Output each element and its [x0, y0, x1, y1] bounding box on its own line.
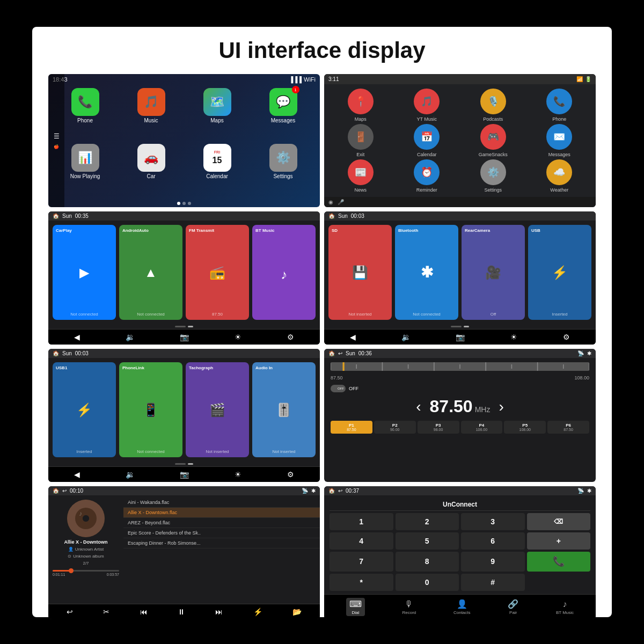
bright3-icon[interactable]: ☀ [235, 470, 241, 479]
back5-icon[interactable]: ↩ [62, 488, 67, 494]
bt-nav-pair[interactable]: 🔗 Pair [508, 599, 518, 615]
key-0[interactable]: 0 [396, 574, 459, 591]
home6-icon[interactable]: 🏠 [328, 488, 335, 494]
cam2-icon[interactable]: 📷 [456, 333, 465, 341]
prev-track-icon[interactable]: ⏮ [140, 608, 148, 616]
settings2-icon[interactable]: ⚙ [287, 333, 294, 341]
fm-next-btn[interactable]: › [499, 398, 503, 415]
fm-preset-p2[interactable]: P2 90.00 [374, 421, 416, 434]
camera-title: RearCamera [464, 228, 491, 233]
fm-preset-p6[interactable]: P6 87.50 [547, 421, 589, 434]
menu-carplay[interactable]: CarPlay ▶ Not connected [53, 225, 116, 320]
fm-preset-p4[interactable]: P4 106.00 [461, 421, 503, 434]
key-5[interactable]: 5 [396, 532, 459, 550]
vol3-icon[interactable]: 🔉 [126, 470, 135, 479]
home4-icon[interactable]: 🏠 [328, 350, 335, 356]
playlist-item-5[interactable]: Escaping Dinner - Rob Simonse... [123, 538, 320, 548]
cut-icon[interactable]: ✂ [103, 608, 109, 616]
menu-usb1[interactable]: USB1 ⚡ Inserted [53, 362, 116, 457]
bt-nav-dial[interactable]: ⌨ Dial [346, 598, 365, 616]
carplay-app-maps[interactable]: 🗺️ Maps [186, 88, 248, 141]
repeat-icon[interactable]: ↩ [67, 608, 73, 616]
carplay-app-messages[interactable]: 💬 1 Messages [252, 88, 314, 141]
key-8[interactable]: 8 [396, 552, 459, 572]
aa-app-maps[interactable]: 📍 Maps [328, 89, 393, 122]
carplay-app-car[interactable]: 🚗 Car [120, 144, 182, 196]
bt-nav-record[interactable]: 🎙 Record [402, 599, 416, 615]
bt-nav-btmusic[interactable]: ♪ BT Music [556, 599, 574, 615]
set2-icon[interactable]: ⚙ [563, 333, 570, 341]
menu-sd[interactable]: SD 💾 Not inserted [328, 225, 392, 320]
home-icon[interactable]: 🏠 [53, 213, 59, 219]
key-call[interactable]: 📞 [527, 552, 591, 572]
fm-preset-p5[interactable]: P5 108.00 [504, 421, 546, 434]
vol2-icon[interactable]: 🔉 [401, 333, 411, 341]
aa-app-podcasts[interactable]: 🎙️ Podcasts [461, 89, 525, 122]
playlist-item-2[interactable]: Allie X - Downtown.flac [123, 508, 320, 518]
aa-app-phone[interactable]: 📞 Phone [528, 89, 592, 122]
menu-phonelink[interactable]: PhoneLink 📱 Not connected [119, 362, 182, 457]
key-hash[interactable]: # [461, 574, 525, 591]
menu-rearcamera[interactable]: RearCamera 🎥 Off [462, 225, 525, 320]
key-star[interactable]: * [330, 574, 393, 591]
aa-app-gamesnacks[interactable]: 🎮 GameSnacks [461, 124, 525, 157]
key-4[interactable]: 4 [330, 532, 393, 550]
fm-preset-p1[interactable]: P1 87.50 [331, 421, 372, 434]
bright2-icon[interactable]: ☀ [510, 333, 517, 341]
key-2[interactable]: 2 [396, 513, 459, 530]
key-3[interactable]: 3 [461, 513, 525, 530]
back-icon[interactable]: ◀ [74, 333, 80, 341]
aa-app-settings[interactable]: ⚙️ Settings [461, 159, 525, 193]
aa-app-ytmusic[interactable]: 🎵 YT Music [395, 89, 459, 122]
back4-icon[interactable]: ↩ [338, 350, 342, 356]
key-7[interactable]: 7 [330, 552, 393, 572]
menu-audioin[interactable]: Audio In 🎚️ Not inserted [252, 362, 316, 457]
home3-icon[interactable]: 🏠 [53, 350, 59, 356]
menu-tachograph[interactable]: Tachograph 🎬 Not inserted [186, 362, 249, 457]
menu-bluetooth[interactable]: Bluetooth ✱ Not connected [395, 225, 458, 320]
cam3-icon[interactable]: 📷 [180, 470, 189, 479]
aa-app-calendar[interactable]: 📅 Calendar [395, 124, 459, 157]
aa-app-news[interactable]: 📰 News [328, 159, 393, 193]
playlist-item-1[interactable]: Aini - Wakanda.flac [123, 497, 320, 508]
key-6[interactable]: 6 [461, 532, 525, 550]
aa-mic-icon[interactable]: 🎤 [338, 199, 344, 205]
fm-prev-btn[interactable]: ‹ [416, 398, 421, 415]
aa-app-reminder[interactable]: ⏰ Reminder [395, 159, 459, 193]
carplay-app-calendar[interactable]: FRI15 Calendar [186, 144, 248, 196]
music-progress-bar[interactable] [53, 570, 119, 572]
back6-icon[interactable]: ↩ [338, 488, 342, 494]
camera-icon[interactable]: 📷 [180, 333, 189, 341]
menu-usb[interactable]: USB ⚡ Inserted [528, 225, 591, 320]
fm-preset-p3[interactable]: P3 98.00 [418, 421, 459, 434]
key-del[interactable]: ⌫ [527, 513, 591, 530]
sidebar-menu-icon[interactable]: ☰ [54, 133, 60, 140]
aa-app-exit[interactable]: 🚪 Exit [328, 124, 393, 157]
bt-nav-contacts[interactable]: 👤 Contacts [453, 599, 471, 615]
carplay-app-settings[interactable]: ⚙️ Settings [252, 144, 314, 196]
eq-icon[interactable]: ⚡ [253, 608, 262, 616]
set3-icon[interactable]: ⚙ [287, 470, 294, 479]
music-album-name: Unknown album [73, 554, 104, 559]
aa-app-weather[interactable]: ☁️ Weather [528, 159, 592, 193]
key-9[interactable]: 9 [461, 552, 525, 572]
folder-icon[interactable]: 📂 [292, 608, 302, 616]
back2-icon[interactable]: ◀ [350, 333, 356, 341]
home2-icon[interactable]: 🏠 [328, 213, 335, 219]
home5-icon[interactable]: 🏠 [53, 488, 59, 494]
pause-icon[interactable]: ⏸ [178, 608, 185, 616]
back3-icon[interactable]: ◀ [74, 470, 80, 479]
key-1[interactable]: 1 [330, 513, 393, 530]
playlist-item-4[interactable]: Epic Score - Defenders of the Sk.. [123, 528, 320, 538]
menu-btmusic[interactable]: BT Music ♪ [252, 225, 316, 320]
menu-fm[interactable]: FM Transmit 📻 87.50 [186, 225, 249, 320]
brightness-icon[interactable]: ☀ [235, 333, 241, 341]
vol-down-icon[interactable]: 🔉 [126, 333, 135, 341]
key-plus[interactable]: + [527, 532, 591, 550]
carplay-app-music[interactable]: 🎵 Music [120, 88, 182, 141]
menu-androidauto[interactable]: AndroidAuto ▲ Not connected [119, 225, 182, 320]
aa-app-messages[interactable]: ✉️ Messages [528, 124, 592, 157]
playlist-item-3[interactable]: AREZ - Beyond.flac [123, 518, 320, 528]
fm-toggle-switch[interactable] [331, 385, 346, 392]
next-track-icon[interactable]: ⏭ [215, 608, 223, 616]
